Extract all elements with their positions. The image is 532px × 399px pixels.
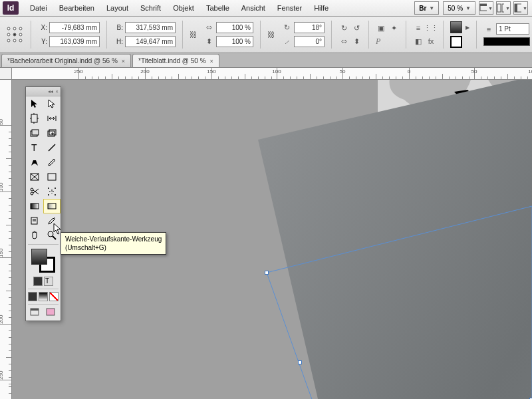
selection-handle[interactable] [265, 271, 269, 275]
menu-fenster[interactable]: Fenster [271, 1, 308, 15]
fill-color-icon[interactable] [31, 249, 47, 265]
x-input[interactable]: -79,683 mm [49, 22, 100, 33]
apply-none-button[interactable] [49, 292, 59, 301]
stroke-weight-icon: ≡ [483, 24, 494, 35]
zoom-level[interactable]: 50 %▼ [443, 1, 475, 15]
content-placer-tool[interactable] [43, 126, 61, 140]
close-icon[interactable]: × [210, 58, 213, 65]
align-icon[interactable]: ≡ [413, 23, 424, 33]
container-select-icon[interactable]: ▣ [376, 23, 386, 34]
apply-color-button[interactable] [28, 292, 37, 301]
arrange-button[interactable]: ▼ [496, 1, 511, 15]
chevron-right-icon[interactable]: ▶ [466, 25, 469, 31]
rotate-cw-icon[interactable]: ↻ [338, 23, 349, 33]
content-select-icon[interactable]: ✦ [388, 23, 399, 34]
link-scale-icon[interactable]: ⛓ [267, 29, 275, 40]
page-tool[interactable] [26, 111, 43, 126]
free-transform-tool[interactable] [43, 184, 61, 199]
menu-objekt[interactable]: Objekt [167, 1, 200, 15]
h-input[interactable]: 149,647 mm [125, 36, 176, 47]
y-label: Y: [38, 38, 47, 45]
y-input[interactable]: 163,039 mm [49, 36, 100, 47]
scale-y-input[interactable]: 100 % [216, 36, 253, 47]
scale-x-input[interactable]: 100 % [216, 22, 253, 33]
svg-point-31 [31, 192, 33, 195]
stroke-weight-input[interactable]: 1 Pt [496, 23, 529, 35]
scale-y-icon: ⬍ [203, 37, 214, 47]
gradient-panel[interactable] [258, 80, 532, 399]
gap-tool[interactable] [43, 111, 61, 126]
flip-h-icon[interactable]: ⬄ [338, 36, 349, 47]
svg-rect-38 [31, 203, 39, 209]
type-tool[interactable]: T [26, 140, 43, 155]
rotate-input[interactable]: 18° [294, 22, 325, 33]
menu-ansicht[interactable]: Ansicht [235, 1, 271, 15]
svg-point-14 [19, 39, 22, 42]
link-wh-icon[interactable]: ⛓ [190, 29, 197, 40]
rotate-icon: ↻ [281, 23, 292, 33]
content-collector-tool[interactable] [26, 126, 43, 140]
wrap-icon[interactable]: ◧ [413, 36, 424, 47]
line-tool[interactable] [43, 140, 61, 155]
rotate-ccw-icon[interactable]: ↺ [351, 23, 362, 33]
svg-point-8 [19, 27, 22, 30]
gradient-swatch-tool[interactable] [26, 199, 43, 213]
menubar: Id Datei Bearbeiten Layout Schrift Objek… [0, 0, 532, 17]
svg-rect-48 [47, 309, 55, 315]
menu-schrift[interactable]: Schrift [134, 1, 167, 15]
distribute-icon[interactable]: ⋮⋮ [426, 23, 436, 33]
menu-bearbeiten[interactable]: Bearbeiten [53, 1, 100, 15]
close-icon[interactable]: × [55, 88, 59, 94]
effects-icon[interactable]: fx [426, 36, 436, 47]
svg-text:T: T [31, 142, 37, 153]
svg-point-34 [48, 188, 49, 189]
close-icon[interactable]: × [122, 58, 125, 65]
w-input[interactable]: 317,593 mm [125, 22, 176, 33]
svg-point-6 [7, 27, 10, 30]
hand-tool[interactable] [26, 228, 43, 243]
note-tool[interactable] [26, 213, 43, 228]
apply-gradient-button[interactable] [39, 292, 48, 301]
fill-swatch[interactable] [450, 21, 462, 33]
fill-stroke-swatch[interactable] [26, 246, 61, 275]
view-mode-preview[interactable] [44, 307, 59, 319]
pen-tool[interactable] [26, 155, 43, 170]
formatting-container-button[interactable] [33, 277, 43, 286]
menu-tabelle[interactable]: Tabelle [200, 1, 235, 15]
toolbox-panel: ◂◂× T T [25, 86, 61, 321]
paragraph-style-icon[interactable]: P [376, 37, 399, 47]
menu-layout[interactable]: Layout [100, 1, 134, 15]
menu-hilfe[interactable]: Hilfe [308, 1, 334, 15]
chevron-down-icon: ▼ [466, 5, 471, 11]
view-mode-normal[interactable] [28, 307, 43, 319]
formatting-text-button[interactable]: T [44, 277, 53, 286]
menu-datei[interactable]: Datei [24, 1, 53, 15]
rectangle-tool[interactable] [43, 170, 61, 184]
direct-selection-tool[interactable] [43, 96, 61, 111]
flip-v-icon[interactable]: ⬍ [351, 36, 362, 47]
svg-rect-39 [48, 203, 56, 209]
stroke-style-picker[interactable] [483, 37, 530, 46]
reference-point-icon[interactable] [5, 25, 24, 44]
collapse-icon[interactable]: ◂◂ [48, 88, 53, 94]
ruler-vertical[interactable]: 50100150200250 [0, 80, 12, 399]
ruler-horizontal[interactable]: 25020015010050050100 [12, 68, 532, 80]
panel-header[interactable]: ◂◂× [26, 87, 61, 96]
svg-point-12 [7, 39, 10, 42]
shear-input[interactable]: 0° [294, 36, 325, 47]
doc-tab-bachelorarbeit[interactable]: *Bachelorarbeit Original.indd @ 56 %× [1, 54, 131, 67]
selection-tool[interactable] [26, 96, 43, 111]
pencil-tool[interactable] [43, 155, 61, 170]
doc-tab-titelblatt[interactable]: *Titelblatt.indd @ 50 %× [132, 54, 219, 67]
rectangle-frame-tool[interactable] [26, 170, 43, 184]
bridge-button[interactable]: Br▼ [414, 1, 439, 15]
stroke-swatch[interactable] [450, 36, 462, 48]
scissors-tool[interactable] [26, 184, 43, 199]
gradient-feather-tool[interactable] [43, 199, 61, 213]
w-label: B: [114, 24, 123, 31]
svg-rect-19 [31, 114, 37, 122]
ruler-origin[interactable] [0, 68, 12, 80]
screen-mode-button[interactable]: ▼ [479, 1, 493, 15]
workspace-button[interactable]: ▼ [513, 1, 528, 15]
selection-handle[interactable] [298, 360, 302, 364]
